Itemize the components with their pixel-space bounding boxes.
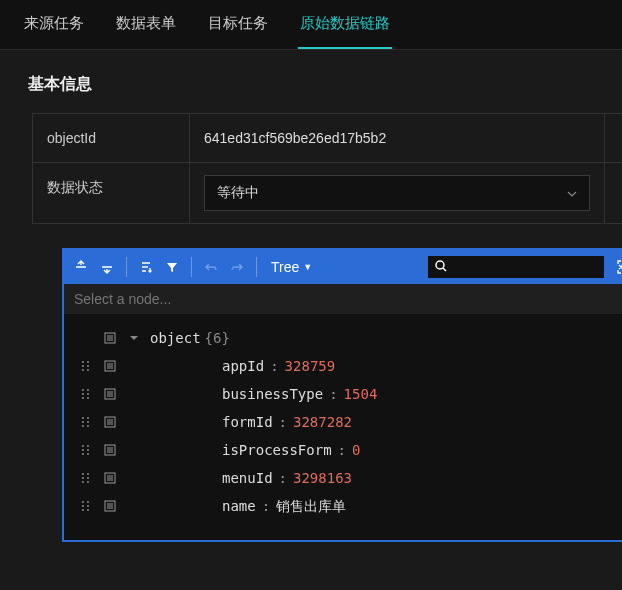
search-input[interactable] bbox=[448, 260, 598, 275]
svg-point-33 bbox=[87, 473, 89, 475]
drag-handle-icon[interactable] bbox=[74, 472, 98, 484]
node-menu-icon[interactable] bbox=[98, 416, 122, 428]
value-status: 等待中 bbox=[190, 163, 604, 223]
tree-row[interactable]: businessType:1504 bbox=[74, 380, 622, 408]
svg-point-38 bbox=[82, 505, 84, 507]
svg-point-0 bbox=[436, 261, 444, 269]
drag-handle-icon[interactable] bbox=[74, 500, 98, 512]
svg-point-35 bbox=[87, 481, 89, 483]
viewer-toolbar: Tree ▼ bbox=[64, 250, 622, 284]
tree-row[interactable]: formId:3287282 bbox=[74, 408, 622, 436]
svg-point-37 bbox=[82, 501, 84, 503]
node-menu-icon[interactable] bbox=[98, 444, 122, 456]
status-select[interactable]: 等待中 bbox=[204, 175, 590, 211]
svg-point-7 bbox=[87, 369, 89, 371]
svg-point-30 bbox=[82, 473, 84, 475]
svg-point-41 bbox=[87, 505, 89, 507]
separator bbox=[126, 257, 127, 277]
svg-point-42 bbox=[87, 509, 89, 511]
tree-key: menuId bbox=[222, 464, 273, 492]
search-icon bbox=[434, 259, 448, 276]
json-viewer: Tree ▼ bbox=[62, 248, 622, 542]
svg-point-24 bbox=[82, 449, 84, 451]
view-mode-label: Tree bbox=[271, 259, 299, 275]
panel-title: 基本信息 bbox=[28, 74, 622, 95]
separator bbox=[191, 257, 192, 277]
svg-point-18 bbox=[82, 425, 84, 427]
tab-target-task[interactable]: 目标任务 bbox=[206, 14, 270, 49]
node-menu-icon[interactable] bbox=[98, 500, 122, 512]
search-box bbox=[428, 256, 604, 278]
row-objectid: objectId 641ed31cf569be26ed17b5b2 bbox=[32, 114, 622, 163]
svg-point-10 bbox=[82, 393, 84, 395]
sort-button[interactable] bbox=[135, 256, 157, 278]
drag-handle-icon[interactable] bbox=[74, 360, 98, 372]
svg-point-40 bbox=[87, 501, 89, 503]
root-label: object bbox=[150, 324, 201, 352]
svg-point-20 bbox=[87, 421, 89, 423]
node-path-input[interactable] bbox=[64, 284, 622, 314]
svg-point-21 bbox=[87, 425, 89, 427]
svg-point-34 bbox=[87, 477, 89, 479]
svg-point-3 bbox=[82, 365, 84, 367]
label-status: 数据状态 bbox=[32, 163, 190, 223]
tree-value: 0 bbox=[352, 436, 360, 464]
node-menu-icon[interactable] bbox=[98, 472, 122, 484]
tree-root[interactable]: object {6} bbox=[74, 324, 622, 352]
root-count: {6} bbox=[205, 324, 230, 352]
tree-key: isProcessForm bbox=[222, 436, 332, 464]
svg-point-13 bbox=[87, 393, 89, 395]
svg-point-17 bbox=[82, 421, 84, 423]
svg-point-4 bbox=[82, 369, 84, 371]
tree-value: 1504 bbox=[344, 380, 378, 408]
tree-value: 3298163 bbox=[293, 464, 352, 492]
svg-point-11 bbox=[82, 397, 84, 399]
tree-row[interactable]: name:销售出库单 bbox=[74, 492, 622, 520]
svg-point-12 bbox=[87, 389, 89, 391]
svg-point-26 bbox=[87, 445, 89, 447]
svg-point-27 bbox=[87, 449, 89, 451]
row-divider bbox=[604, 163, 622, 223]
drag-handle-icon[interactable] bbox=[74, 388, 98, 400]
redo-button[interactable] bbox=[226, 256, 248, 278]
caret-down-icon[interactable] bbox=[122, 333, 146, 343]
tab-source-task[interactable]: 来源任务 bbox=[22, 14, 86, 49]
label-objectid: objectId bbox=[32, 114, 190, 162]
tree-value: 销售出库单 bbox=[276, 492, 346, 520]
view-mode-select[interactable]: Tree ▼ bbox=[265, 259, 318, 275]
row-status: 数据状态 等待中 bbox=[32, 163, 622, 224]
node-menu-icon[interactable] bbox=[98, 332, 122, 344]
fullscreen-button[interactable] bbox=[614, 256, 622, 278]
chevron-down-icon bbox=[567, 186, 577, 200]
drag-handle-icon[interactable] bbox=[74, 444, 98, 456]
node-menu-icon[interactable] bbox=[98, 360, 122, 372]
tree-value: 3287282 bbox=[293, 408, 352, 436]
tab-raw-data-link[interactable]: 原始数据链路 bbox=[298, 14, 392, 49]
svg-point-23 bbox=[82, 445, 84, 447]
row-divider bbox=[604, 114, 622, 162]
tree-key: name bbox=[222, 492, 256, 520]
svg-point-16 bbox=[82, 417, 84, 419]
svg-point-19 bbox=[87, 417, 89, 419]
tree-body: object {6} appId:328759businessType:1504… bbox=[64, 314, 622, 540]
svg-point-5 bbox=[87, 361, 89, 363]
tab-data-form[interactable]: 数据表单 bbox=[114, 14, 178, 49]
drag-handle-icon[interactable] bbox=[74, 416, 98, 428]
tree-key: formId bbox=[222, 408, 273, 436]
tree-row[interactable]: isProcessForm:0 bbox=[74, 436, 622, 464]
tree-row[interactable]: menuId:3298163 bbox=[74, 464, 622, 492]
svg-point-39 bbox=[82, 509, 84, 511]
tree-row[interactable]: appId:328759 bbox=[74, 352, 622, 380]
filter-button[interactable] bbox=[161, 256, 183, 278]
expand-all-button[interactable] bbox=[70, 256, 92, 278]
svg-point-2 bbox=[82, 361, 84, 363]
node-menu-icon[interactable] bbox=[98, 388, 122, 400]
svg-point-32 bbox=[82, 481, 84, 483]
undo-button[interactable] bbox=[200, 256, 222, 278]
separator bbox=[256, 257, 257, 277]
collapse-all-button[interactable] bbox=[96, 256, 118, 278]
status-select-value: 等待中 bbox=[217, 184, 259, 202]
value-objectid: 641ed31cf569be26ed17b5b2 bbox=[190, 114, 604, 162]
svg-point-14 bbox=[87, 397, 89, 399]
tree-key: appId bbox=[222, 352, 264, 380]
